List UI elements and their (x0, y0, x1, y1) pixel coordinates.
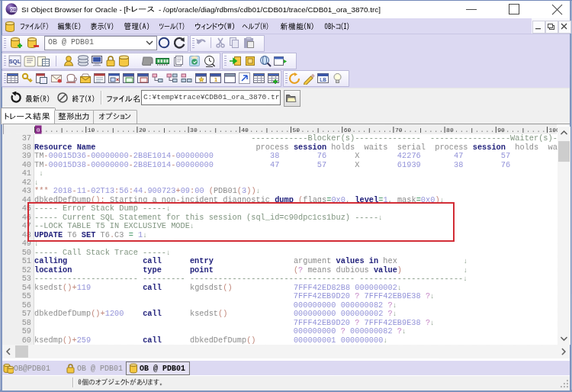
svg-text:0: 0 (37, 127, 40, 133)
svg-text:30: 30 (190, 127, 198, 133)
svg-text:50: 50 (293, 127, 300, 133)
svg-text:20: 20 (139, 127, 146, 133)
svg-text:70: 70 (395, 127, 403, 133)
svg-text:90: 90 (497, 127, 505, 133)
svg-text:60: 60 (344, 127, 352, 133)
svg-text:OB: OB (10, 8, 16, 12)
svg-text:40: 40 (241, 127, 249, 133)
svg-text:10: 10 (88, 127, 95, 133)
svg-text:LB: LB (320, 77, 326, 82)
svg-text:80: 80 (446, 127, 454, 133)
svg-text:1: 1 (214, 76, 218, 83)
svg-text:SQL: SQL (9, 58, 21, 65)
